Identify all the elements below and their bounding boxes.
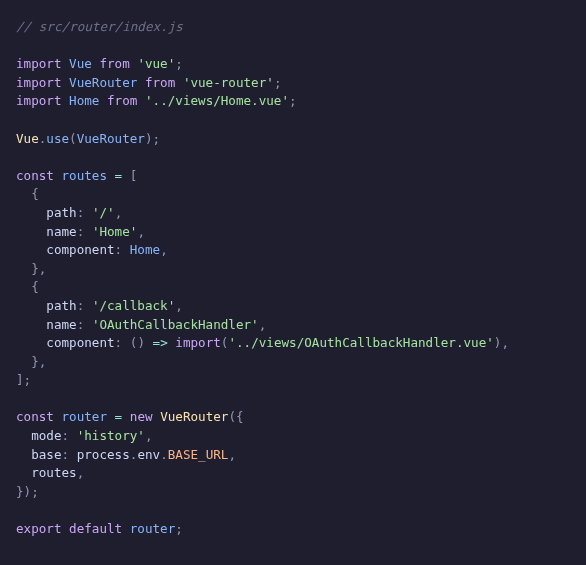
tok: ; <box>175 521 183 536</box>
tok: VueRouter <box>160 409 228 424</box>
tok: import <box>16 75 62 90</box>
tok: path <box>46 298 76 313</box>
tok: , <box>145 428 153 443</box>
tok: } <box>31 354 39 369</box>
tok: env <box>137 447 160 462</box>
tok: '../views/OAuthCallbackHandler.vue' <box>228 335 493 350</box>
tok: : <box>77 298 85 313</box>
tok: : <box>77 317 85 332</box>
tok: process <box>77 447 130 462</box>
tok: '../views/Home.vue' <box>145 93 289 108</box>
tok: , <box>115 205 123 220</box>
tok: : <box>115 335 123 350</box>
tok: : <box>77 224 85 239</box>
tok: : <box>62 428 70 443</box>
tok: export <box>16 521 62 536</box>
tok: const <box>16 409 54 424</box>
tok: new <box>130 409 153 424</box>
tok: from <box>145 75 175 90</box>
tok: from <box>99 56 129 71</box>
tok: : <box>62 447 70 462</box>
tok: , <box>137 224 145 239</box>
tok: path <box>46 205 76 220</box>
tok: , <box>160 242 168 257</box>
tok: ; <box>24 372 32 387</box>
tok: const <box>16 168 54 183</box>
tok: router <box>62 409 108 424</box>
tok: import <box>16 93 62 108</box>
tok: } <box>31 261 39 276</box>
tok: routes <box>31 465 77 480</box>
tok: 'vue-router' <box>183 75 274 90</box>
tok: name <box>46 317 76 332</box>
tok: router <box>130 521 176 536</box>
tok: Home <box>69 93 99 108</box>
tok: = <box>115 168 123 183</box>
tok: ) <box>137 335 145 350</box>
tok: ) <box>145 131 153 146</box>
tok: mode <box>31 428 61 443</box>
tok: '/callback' <box>92 298 175 313</box>
tok: : <box>77 205 85 220</box>
tok: ( <box>69 131 77 146</box>
tok: { <box>236 409 244 424</box>
tok: component <box>46 335 114 350</box>
tok: , <box>501 335 509 350</box>
tok: ; <box>153 131 161 146</box>
tok: BASE_URL <box>168 447 229 462</box>
tok: ; <box>31 484 39 499</box>
code-comment: // src/router/index.js <box>16 19 183 34</box>
tok: from <box>107 93 137 108</box>
tok: [ <box>130 168 138 183</box>
tok: Vue <box>16 131 39 146</box>
tok: => <box>153 335 168 350</box>
tok: { <box>31 279 39 294</box>
tok: } <box>16 484 24 499</box>
tok: ] <box>16 372 24 387</box>
tok: Vue <box>69 56 92 71</box>
tok: ; <box>175 56 183 71</box>
tok: routes <box>62 168 108 183</box>
tok: ; <box>289 93 297 108</box>
tok: 'vue' <box>137 56 175 71</box>
tok: name <box>46 224 76 239</box>
tok: , <box>259 317 267 332</box>
tok: component <box>46 242 114 257</box>
code-block: // src/router/index.js import Vue from '… <box>0 0 586 557</box>
tok: default <box>69 521 122 536</box>
tok: ; <box>274 75 282 90</box>
tok: 'OAuthCallbackHandler' <box>92 317 259 332</box>
tok: use <box>46 131 69 146</box>
tok: . <box>160 447 168 462</box>
tok: VueRouter <box>69 75 137 90</box>
tok: , <box>39 261 47 276</box>
tok: 'history' <box>77 428 145 443</box>
tok: import <box>175 335 221 350</box>
tok: base <box>31 447 61 462</box>
tok: ( <box>228 409 236 424</box>
tok: Home <box>130 242 160 257</box>
tok: , <box>39 354 47 369</box>
tok: , <box>228 447 236 462</box>
tok: 'Home' <box>92 224 138 239</box>
tok: : <box>115 242 123 257</box>
tok: { <box>31 186 39 201</box>
tok: '/' <box>92 205 115 220</box>
tok: import <box>16 56 62 71</box>
tok: VueRouter <box>77 131 145 146</box>
tok: , <box>175 298 183 313</box>
tok: , <box>77 465 85 480</box>
tok: = <box>115 409 123 424</box>
